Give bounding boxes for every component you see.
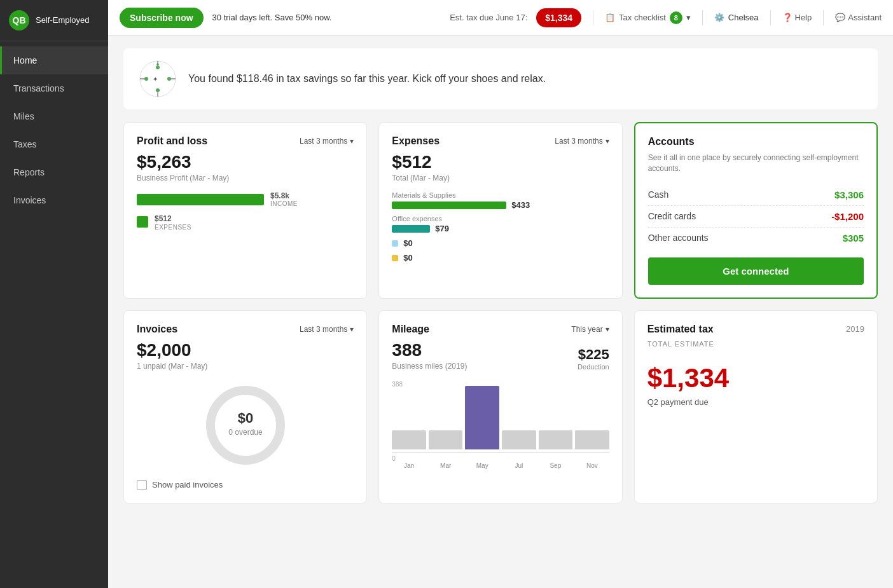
- sidebar-brand: Self-Employed: [36, 15, 90, 25]
- accounts-header: Accounts: [648, 136, 864, 147]
- profit-loss-chevron-icon: ▾: [350, 137, 354, 146]
- accounts-title: Accounts: [648, 136, 695, 147]
- mileage-miles-label: Business miles (2019): [392, 362, 467, 371]
- expense-item-0: Materials & Supplies $433: [392, 191, 609, 210]
- bar-nov: [575, 430, 609, 449]
- bar-jul: [502, 430, 536, 449]
- checklist-label: Tax checklist: [619, 13, 666, 22]
- expense-amount-2: $0: [403, 238, 412, 248]
- mileage-deduction: $225: [578, 346, 609, 363]
- bar-jan: [392, 430, 426, 449]
- divider: [593, 10, 593, 25]
- account-credit-value: -$1,200: [831, 211, 864, 222]
- mileage-left: 388 Business miles (2019): [392, 340, 467, 371]
- assistant-label: Assistant: [848, 13, 882, 22]
- invoices-filter[interactable]: Last 3 months ▾: [300, 325, 354, 334]
- invoices-sublabel: 1 unpaid (Mar - May): [137, 362, 354, 371]
- expense-item-2: $0: [392, 238, 609, 248]
- show-paid-row: Show paid invoices: [137, 480, 354, 490]
- sidebar-item-taxes[interactable]: Taxes: [0, 130, 108, 158]
- user-name: Chelsea: [728, 13, 759, 22]
- divider4: [823, 10, 824, 25]
- expense-bar-0: [392, 202, 506, 209]
- sidebar-logo: QB Self-Employed: [0, 0, 108, 41]
- tax-amount-button[interactable]: $1,334: [536, 8, 581, 27]
- clipboard-icon: 📋: [605, 13, 615, 22]
- trial-text: 30 trial days left. Save 50% now.: [212, 13, 332, 22]
- invoices-header: Invoices Last 3 months ▾: [137, 324, 354, 335]
- account-cash-label: Cash: [648, 189, 669, 200]
- topbar: Subscribe now 30 trial days left. Save 5…: [108, 0, 893, 36]
- help-icon: ❓: [782, 13, 793, 22]
- accounts-card: Accounts See it all in one place by secu…: [634, 122, 878, 299]
- expenses-card: Expenses Last 3 months ▾ $512 Total (Mar…: [378, 122, 622, 299]
- sidebar-item-invoices[interactable]: Invoices: [0, 186, 108, 214]
- mileage-summary: 388 Business miles (2019) $225 Deduction: [392, 340, 609, 371]
- sidebar-item-home[interactable]: Home: [0, 46, 108, 74]
- invoices-chevron-icon: ▾: [350, 325, 354, 334]
- profit-loss-filter[interactable]: Last 3 months ▾: [300, 137, 354, 146]
- income-amount: $5.8k: [270, 191, 298, 200]
- sidebar-nav: Home Transactions Miles Taxes Reports In…: [0, 41, 108, 214]
- tax-due-label: Est. tax due June 17:: [450, 13, 527, 22]
- account-credit-label: Credit cards: [648, 211, 696, 221]
- mileage-card: Mileage This year ▾ 388 Business miles (…: [378, 310, 622, 503]
- estimated-tax-year: 2019: [846, 324, 864, 334]
- invoices-filter-label: Last 3 months: [300, 325, 347, 334]
- tax-checklist-area[interactable]: 📋 Tax checklist 8 ▾: [605, 11, 691, 24]
- invoices-card: Invoices Last 3 months ▾ $2,000 1 unpaid…: [123, 310, 367, 503]
- svg-marker-9: [156, 62, 159, 65]
- savings-banner: ✦ You found $118.46 in tax savings so fa…: [123, 48, 878, 109]
- income-sublabel: INCOME: [270, 200, 298, 207]
- income-bar-row: $5.8k INCOME: [137, 191, 354, 207]
- help-label: Help: [795, 13, 812, 22]
- profit-loss-sublabel: Business Profit (Mar - May): [137, 174, 354, 182]
- estimated-tax-total-label: TOTAL ESTIMATE: [647, 340, 864, 348]
- estimated-tax-header: Estimated tax 2019: [647, 324, 864, 335]
- account-cash-value: $3,306: [834, 189, 864, 200]
- account-other-row: Other accounts $305: [648, 228, 864, 249]
- income-bar: [137, 194, 264, 205]
- estimated-tax-due: Q2 payment due: [647, 397, 864, 407]
- user-area[interactable]: ⚙️ Chelsea: [714, 13, 759, 22]
- account-other-value: $305: [843, 233, 864, 243]
- expenses-filter[interactable]: Last 3 months ▾: [555, 137, 609, 146]
- mileage-right: $225 Deduction: [578, 346, 609, 371]
- profit-loss-title: Profit and loss: [137, 135, 207, 147]
- expenses-amount: $512: [392, 152, 609, 172]
- mileage-filter-label: This year: [571, 325, 602, 334]
- help-area[interactable]: ❓ Help: [782, 13, 812, 22]
- svg-text:✦: ✦: [153, 76, 158, 83]
- bc-label-jul: Jul: [502, 462, 536, 469]
- invoices-title: Invoices: [137, 324, 177, 335]
- expense-label-1: Office expenses: [392, 215, 609, 222]
- expense-dot-3: [392, 255, 398, 261]
- expenses-chevron-icon: ▾: [606, 137, 609, 146]
- chart-max-label: 388: [392, 381, 403, 388]
- banner-text: You found $118.46 in tax savings so far …: [188, 73, 546, 85]
- top-cards-grid: Profit and loss Last 3 months ▾ $5,263 B…: [123, 122, 878, 299]
- profit-loss-card: Profit and loss Last 3 months ▾ $5,263 B…: [123, 122, 367, 299]
- expense-dot-2: [392, 240, 398, 247]
- mileage-header: Mileage This year ▾: [392, 324, 609, 335]
- estimated-tax-title: Estimated tax: [647, 324, 714, 335]
- profit-loss-filter-label: Last 3 months: [300, 137, 347, 146]
- sidebar-item-transactions[interactable]: Transactions: [0, 74, 108, 102]
- expense-amount: $512: [155, 214, 172, 223]
- get-connected-button[interactable]: Get connected: [648, 257, 864, 285]
- subscribe-button[interactable]: Subscribe now: [120, 8, 204, 28]
- assistant-area[interactable]: 💬 Assistant: [835, 13, 882, 22]
- bc-label-may: May: [465, 462, 499, 469]
- mileage-miles: 388: [392, 340, 467, 360]
- bc-label-nov: Nov: [575, 462, 609, 469]
- bottom-cards-grid: Invoices Last 3 months ▾ $2,000 1 unpaid…: [123, 310, 878, 503]
- main-content: Subscribe now 30 trial days left. Save 5…: [108, 0, 893, 588]
- bar-may: [465, 386, 499, 449]
- sidebar-item-reports[interactable]: Reports: [0, 158, 108, 186]
- estimated-tax-card: Estimated tax 2019 TOTAL ESTIMATE $1,334…: [634, 310, 878, 503]
- sidebar-item-miles[interactable]: Miles: [0, 102, 108, 130]
- profit-loss-amount: $5,263: [137, 152, 354, 172]
- mileage-filter[interactable]: This year ▾: [571, 325, 609, 334]
- show-paid-checkbox[interactable]: [137, 480, 147, 490]
- checklist-badge: 8: [670, 11, 682, 24]
